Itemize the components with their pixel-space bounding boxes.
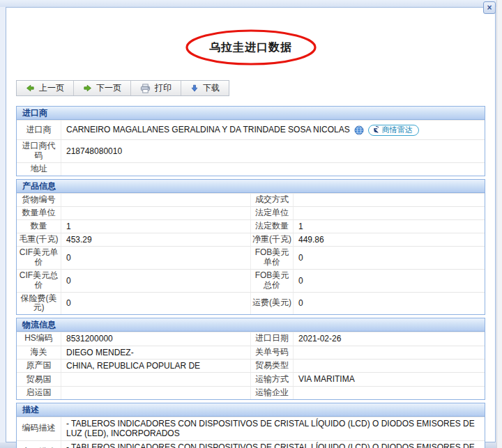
- download-label: 下载: [203, 82, 220, 94]
- green-arrow-right-icon: [83, 84, 92, 93]
- trade-type-value: [294, 360, 485, 372]
- next-page-button[interactable]: 下一页: [74, 81, 131, 95]
- green-arrow-left-icon: [26, 84, 35, 93]
- table-row: 数量 1 法定数量 1: [17, 219, 485, 233]
- table-row: 毛重(千克) 453.29 净重(千克) 449.86: [17, 233, 485, 246]
- table-row: 编码描述 - TABLEROS INDICADORES CON DISPOSIT…: [17, 417, 485, 440]
- legal-qty-label: 法定数量: [251, 220, 294, 233]
- product-description-label: 产品描述: [17, 441, 61, 448]
- fob-total-price-value: 0: [294, 270, 485, 292]
- importer-label: 进口商: [17, 121, 61, 139]
- dialog-titlebar: [0, 0, 496, 7]
- net-weight-value: 449.86: [294, 233, 485, 246]
- fob-unit-price-value: 0: [294, 247, 485, 269]
- table-row: 海关 DIEGO MENDEZ- 关单号码: [17, 346, 485, 359]
- table-row: 贸易国 运输方式 VIA MARITIMA: [17, 372, 485, 385]
- importer-code-label: 进口商代码: [17, 140, 61, 162]
- gross-weight-label: 毛重(千克): [17, 233, 61, 246]
- deal-method-value: [294, 194, 485, 206]
- address-value: [61, 163, 485, 176]
- section-description-header: 描述: [17, 403, 485, 417]
- vertical-scrollbar[interactable]: [496, 0, 502, 448]
- table-row: 货物编号 成交方式: [17, 193, 485, 206]
- customs-value: DIEGO MENDEZ-: [61, 346, 251, 359]
- legal-unit-label: 法定单位: [251, 207, 294, 219]
- detail-content: 进口商 进口商 CARNEIRO MAGALLANES GERALDINA Y …: [16, 106, 485, 448]
- table-row: 原产国 CHINA, REPUBLICA POPULAR DE 贸易类型: [17, 359, 485, 372]
- insurance-value: 0: [61, 293, 251, 315]
- blue-arrow-down-icon: [190, 84, 199, 93]
- trade-country-label: 贸易国: [17, 373, 61, 385]
- table-row: HS编码 8531200000 进口日期 2021-02-26: [17, 332, 485, 345]
- fob-total-price-label: FOB美元总价: [251, 270, 294, 292]
- print-button[interactable]: 打印: [131, 81, 181, 95]
- radar-badge-label: 商情雷达: [382, 125, 413, 134]
- address-label: 地址: [17, 163, 61, 176]
- code-description-value: - TABLEROS INDICADORES CON DISPOSITIVOS …: [61, 417, 485, 440]
- freight-value: 0: [294, 293, 485, 315]
- legal-unit-value: [294, 207, 485, 219]
- declaration-no-value: [294, 346, 485, 359]
- legal-qty-value: 1: [294, 220, 485, 233]
- gross-weight-value: 453.29: [61, 233, 251, 246]
- table-row: CIF美元单价 0 FOB美元单价 0: [17, 246, 485, 269]
- cif-unit-price-label: CIF美元单价: [17, 247, 61, 269]
- globe-icon[interactable]: [354, 125, 364, 135]
- toolbar: 上一页 下一页 打印 下载: [16, 80, 229, 96]
- insurance-label: 保险费(美元): [17, 293, 61, 315]
- table-row: CIF美元总价 0 FOB美元总价 0: [17, 269, 485, 292]
- dialog-panel: 乌拉圭进口数据 上一页 下一页 打印: [6, 7, 496, 442]
- radar-badge[interactable]: 商情雷达: [368, 125, 419, 136]
- section-description: 描述 编码描述 - TABLEROS INDICADORES CON DISPO…: [16, 403, 485, 448]
- import-date-value: 2021-02-26: [294, 332, 485, 345]
- product-description-value: - TABLEROS INDICADORES CON DISPOSITIVOS …: [61, 441, 485, 448]
- cif-total-price-value: 0: [61, 270, 251, 292]
- cargo-no-label: 货物编号: [17, 194, 61, 206]
- importer-code-value: 218748080010: [61, 140, 485, 162]
- qty-unit-value: [61, 207, 251, 219]
- origin-country-label: 原产国: [17, 360, 61, 372]
- section-product-header: 产品信息: [17, 180, 485, 193]
- table-row: 产品描述 - TABLEROS INDICADORES CON DISPOSIT…: [17, 440, 485, 448]
- table-row: 数量单位 法定单位: [17, 206, 485, 219]
- net-weight-label: 净重(千克): [251, 233, 294, 246]
- transport-mode-label: 运输方式: [251, 373, 294, 385]
- code-description-label: 编码描述: [17, 417, 61, 440]
- section-logistics-header: 物流信息: [17, 318, 485, 332]
- title-area: 乌拉圭进口数据: [6, 31, 495, 63]
- transport-company-value: [294, 387, 485, 399]
- departure-country-value: [61, 387, 251, 399]
- cargo-no-value: [61, 194, 251, 206]
- fob-unit-price-label: FOB美元单价: [251, 247, 294, 269]
- trade-type-label: 贸易类型: [251, 360, 294, 372]
- importer-name-text: CARNEIRO MAGALLANES GERALDINA Y DA TRIND…: [66, 125, 350, 134]
- table-row: 进口商 CARNEIRO MAGALLANES GERALDINA Y DA T…: [17, 120, 485, 139]
- customs-label: 海关: [17, 346, 61, 359]
- qty-value: 1: [61, 220, 251, 233]
- table-row: 地址: [17, 162, 485, 176]
- print-label: 打印: [155, 82, 172, 94]
- close-icon[interactable]: ×: [483, 1, 496, 14]
- freight-label: 运费(美元): [251, 293, 294, 315]
- importer-value: CARNEIRO MAGALLANES GERALDINA Y DA TRIND…: [61, 121, 485, 139]
- prev-page-button[interactable]: 上一页: [17, 81, 74, 95]
- qty-unit-label: 数量单位: [17, 207, 61, 219]
- origin-country-value: CHINA, REPUBLICA POPULAR DE: [61, 360, 251, 372]
- section-product: 产品信息 货物编号 成交方式 数量单位 法定单位 数量 1 法定数量 1 毛重(…: [16, 179, 485, 316]
- trade-country-value: [61, 373, 251, 385]
- departure-country-label: 启运国: [17, 387, 61, 399]
- table-row: 启运国 运输企业: [17, 386, 485, 399]
- deal-method-label: 成交方式: [251, 194, 294, 206]
- cif-unit-price-value: 0: [61, 247, 251, 269]
- download-button[interactable]: 下载: [181, 81, 229, 95]
- transport-company-label: 运输企业: [251, 387, 294, 399]
- cif-total-price-label: CIF美元总价: [17, 270, 61, 292]
- table-row: 保险费(美元) 0 运费(美元) 0: [17, 292, 485, 315]
- hs-code-value: 8531200000: [61, 332, 251, 345]
- import-date-label: 进口日期: [251, 332, 294, 345]
- hs-code-label: HS编码: [17, 332, 61, 345]
- printer-icon: [140, 84, 151, 93]
- next-page-label: 下一页: [96, 82, 121, 94]
- declaration-no-label: 关单号码: [251, 346, 294, 359]
- section-importer-header: 进口商: [17, 107, 485, 120]
